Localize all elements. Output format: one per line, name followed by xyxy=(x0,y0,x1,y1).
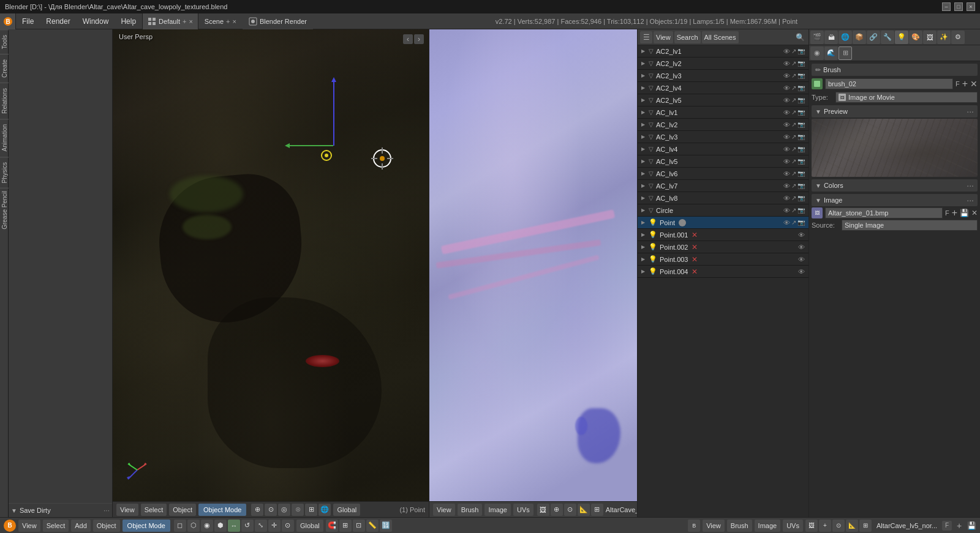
nav-left[interactable]: ‹ xyxy=(403,34,413,44)
3d-viewport[interactable]: User Persp ‹ › xyxy=(113,29,429,517)
sel-icon[interactable]: ↗ xyxy=(791,48,796,55)
shade-icon-1[interactable]: ◻ xyxy=(174,520,186,532)
outliner-item-point004[interactable]: ▶ 💡 Point.004 ✕ 👁 xyxy=(638,266,809,278)
maximize-btn[interactable]: □ xyxy=(954,2,963,11)
outliner-item-ac2lv3[interactable]: ▶ ▽ AC2_lv3 👁 ↗ 📷 xyxy=(638,70,809,82)
render-selector[interactable]: Blender Render xyxy=(243,13,313,29)
preview-header[interactable]: ▼ Preview ··· xyxy=(812,105,978,117)
img-brush-btn[interactable]: Brush xyxy=(458,504,483,516)
brush-section-header[interactable]: ✏ Brush xyxy=(812,64,978,76)
outliner-item-aclv3[interactable]: ▶ ▽ AC_lv3 👁 ↗ 📷 xyxy=(638,131,809,143)
outliner-item-aclv1[interactable]: ▶ ▽ AC_lv1 👁 ↗ 📷 xyxy=(638,106,809,119)
object-mode-btn[interactable]: Object Mode xyxy=(198,504,246,516)
minimize-btn[interactable]: – xyxy=(942,2,951,11)
menu-render[interactable]: Render xyxy=(40,13,76,29)
view-menu[interactable]: View xyxy=(116,504,138,516)
r-f-label[interactable]: F xyxy=(942,521,952,531)
img-icon-1[interactable]: 🖼 xyxy=(537,504,549,516)
brush-remove-btn[interactable]: ✕ xyxy=(970,79,978,89)
tab-animation[interactable]: Animation xyxy=(0,119,9,156)
shade-icon-2[interactable]: ⬡ xyxy=(187,520,200,532)
prop-subtab-3[interactable]: ⊞ xyxy=(839,47,852,60)
prop-tab-material[interactable]: 🎨 xyxy=(909,31,922,44)
image-add-btn[interactable]: + xyxy=(952,207,957,218)
outliner-item-point002[interactable]: ▶ 💡 Point.002 ✕ 👁 xyxy=(638,241,809,253)
r-icon-5[interactable]: ⊞ xyxy=(859,520,872,532)
uvs-btn-r[interactable]: UVs xyxy=(783,520,803,532)
object-btn[interactable]: Object xyxy=(93,520,120,532)
viewport-icon-2[interactable]: ⊙ xyxy=(265,504,277,516)
layout-add[interactable]: + xyxy=(183,18,186,25)
transform2-icon[interactable]: ✛ xyxy=(268,520,281,532)
outliner-search-btn[interactable]: Search xyxy=(674,31,701,43)
prop-tab-world[interactable]: 🌐 xyxy=(839,31,852,44)
outliner-item-aclv6[interactable]: ▶ ▽ AC_lv6 👁 ↗ 📷 xyxy=(638,168,809,180)
global-space-label[interactable]: Global xyxy=(296,520,323,532)
prop-tab-constraints[interactable]: 🔗 xyxy=(867,31,880,44)
tab-relations[interactable]: Relations xyxy=(0,83,9,119)
viewport-icon-5[interactable]: ⊞ xyxy=(305,504,317,516)
normal-map-canvas[interactable] xyxy=(429,29,637,501)
prop-tab-particles[interactable]: ✨ xyxy=(937,31,951,44)
vis-icon[interactable]: 👁 xyxy=(783,60,790,67)
outliner-item-aclv8[interactable]: ▶ ▽ AC_lv8 👁 ↗ 📷 xyxy=(638,192,809,204)
prop-tab-object[interactable]: 📦 xyxy=(853,31,866,44)
image-remove-btn[interactable]: ✕ xyxy=(971,209,978,217)
prop-tab-data[interactable]: 💡 xyxy=(895,31,908,44)
img-view-btn[interactable]: View xyxy=(433,504,455,516)
selected-lamp[interactable] xyxy=(373,149,391,168)
scale-icon[interactable]: ⤡ xyxy=(255,520,267,532)
view-btn[interactable]: View xyxy=(18,520,40,532)
outliner-item-point[interactable]: ▶ 💡 Point 👁 ↗ 📷 xyxy=(638,217,809,229)
image-save-btn[interactable]: 💾 xyxy=(960,209,969,217)
layout-remove[interactable]: × xyxy=(189,18,192,25)
title-bar-controls[interactable]: – □ × xyxy=(942,2,975,11)
outliner-item-aclv7[interactable]: ▶ ▽ AC_lv7 👁 ↗ 📷 xyxy=(638,180,809,192)
tab-tools[interactable]: Tools xyxy=(0,29,9,54)
snap-icon-4[interactable]: 📏 xyxy=(366,520,379,532)
menu-window[interactable]: Window xyxy=(77,13,115,29)
img-uvs-btn[interactable]: UVs xyxy=(513,504,533,516)
image-name-field[interactable]: Altar_stone_01.bmp xyxy=(825,207,943,218)
outliner-item-ac2lv4[interactable]: ▶ ▽ AC2_lv4 👁 ↗ 📷 xyxy=(638,82,809,94)
img-image-btn[interactable]: Image xyxy=(484,504,511,516)
r-save-btn[interactable]: 💾 xyxy=(967,521,976,531)
r-icon-2[interactable]: + xyxy=(819,520,831,532)
img-icon-3[interactable]: ⊙ xyxy=(564,504,576,516)
prop-tab-physics[interactable]: ⚙ xyxy=(951,31,965,44)
tab-create[interactable]: Create xyxy=(0,54,9,83)
rotate-icon[interactable]: ↺ xyxy=(241,520,254,532)
sel-icon[interactable]: ↗ xyxy=(791,60,796,67)
tab-physics[interactable]: Physics xyxy=(0,157,9,188)
brush-add-btn[interactable]: + xyxy=(962,79,968,89)
outliner-item-aclv2[interactable]: ▶ ▽ AC_lv2 👁 ↗ 📷 xyxy=(638,119,809,131)
outliner-icon-1[interactable]: ☰ xyxy=(640,31,652,43)
brush-btn-r[interactable]: Brush xyxy=(727,520,752,532)
global-label[interactable]: Global xyxy=(333,504,360,516)
tab-grease-pencil[interactable]: Grease Pencil xyxy=(0,188,9,232)
viewport-icon-4[interactable]: ⊗ xyxy=(292,504,304,516)
outliner-scenes-btn[interactable]: All Scenes xyxy=(702,31,739,43)
blender-logo-bottom[interactable]: B xyxy=(4,520,16,532)
close-btn[interactable]: × xyxy=(967,2,975,11)
outliner-item-aclv4[interactable]: ▶ ▽ AC_lv4 👁 ↗ 📷 xyxy=(638,143,809,155)
save-dirty-header[interactable]: ▼ Save Dirty ··· xyxy=(11,506,110,515)
viewport-icon-6[interactable]: 🌐 xyxy=(318,504,331,516)
img-icon-2[interactable]: ⊕ xyxy=(551,504,563,516)
add-btn[interactable]: Add xyxy=(71,520,91,532)
outliner-view-btn[interactable]: View xyxy=(654,31,673,43)
vis-icon[interactable]: 👁 xyxy=(783,48,790,55)
viewport2-blender-icon[interactable]: B xyxy=(688,520,700,532)
r-plus-btn[interactable]: + xyxy=(954,521,964,531)
r-icon-3[interactable]: ⊙ xyxy=(832,520,845,532)
outliner-item-ac2lv5[interactable]: ▶ ▽ AC2_lv5 👁 ↗ 📷 xyxy=(638,94,809,106)
brush-name-field[interactable]: brush_02 xyxy=(825,78,953,89)
pivot-icon[interactable]: ⊙ xyxy=(282,520,294,532)
outliner-item-point003[interactable]: ▶ 💡 Point.003 ✕ 👁 xyxy=(638,253,809,266)
outliner-item-aclv5[interactable]: ▶ ▽ AC_lv5 👁 ↗ 📷 xyxy=(638,155,809,168)
ren-icon[interactable]: 📷 xyxy=(797,60,805,67)
nav-right[interactable]: › xyxy=(414,34,424,44)
menu-help[interactable]: Help xyxy=(115,13,142,29)
prop-tab-modifiers[interactable]: 🔧 xyxy=(881,31,894,44)
select-btn[interactable]: Select xyxy=(43,520,69,532)
